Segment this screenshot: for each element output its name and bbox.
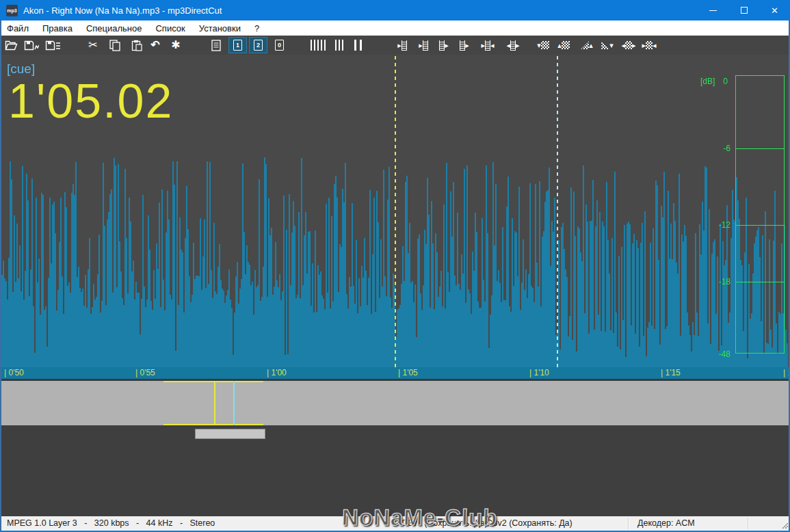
save-list-icon <box>45 40 60 51</box>
overview-visible-window[interactable] <box>163 381 263 425</box>
copy-button[interactable] <box>107 37 123 53</box>
pause-detect-button[interactable] <box>352 37 364 53</box>
save-icon <box>24 40 39 51</box>
save-audio-button[interactable] <box>23 37 40 53</box>
buffer-1-icon: 1 <box>233 40 242 51</box>
cue-bar-icon <box>423 40 428 51</box>
playback-cursor-line <box>395 55 396 367</box>
cue-in-alt-button[interactable]: ▸ <box>414 37 432 53</box>
cue-bar-icon <box>439 40 445 51</box>
arrow-left-icon: ◂ <box>490 42 495 49</box>
menu-bar: Файл Правка Специальное Список Установки… <box>0 21 790 36</box>
timeline-tick: | 0'50 <box>4 368 24 377</box>
gain-decrease-button[interactable]: ▾ <box>535 37 551 53</box>
bitrate-bars-icon <box>335 40 344 51</box>
statusbar-separator <box>628 518 629 529</box>
stretch-pattern-icon <box>646 41 653 49</box>
selection-marker-line <box>557 55 558 367</box>
paste-button[interactable] <box>129 37 145 53</box>
menu-help[interactable]: ? <box>248 22 266 35</box>
timeline-tick: | 0'55 <box>135 368 155 377</box>
cue-in-button[interactable]: ▸ <box>393 37 411 53</box>
cue-out-alt-button[interactable]: ▸ <box>456 37 473 53</box>
gain-pattern-icon <box>562 41 570 49</box>
statusbar-separator <box>748 518 748 529</box>
copy-icon <box>109 40 121 51</box>
menu-file[interactable]: Файл <box>0 22 36 35</box>
format-info: MPEG 1.0 Layer 3 - 320 kbps - 44 kHz - S… <box>7 518 215 528</box>
cue-bar-icon <box>460 40 465 51</box>
cut-button[interactable]: ✂ <box>85 37 101 53</box>
gear-icon: ✱ <box>171 40 180 51</box>
cue-both-out-button[interactable]: ◂▸ <box>501 37 525 53</box>
buffer-2-button[interactable]: 2 <box>249 37 267 53</box>
buffer-1-button[interactable]: 1 <box>228 37 247 53</box>
app-icon: mp3 <box>6 5 18 16</box>
maximize-button[interactable] <box>728 0 759 21</box>
close-button[interactable]: ✕ <box>759 0 790 21</box>
pause-bars-icon <box>354 40 362 51</box>
fade-out-icon <box>601 41 609 49</box>
timeline-ruler[interactable]: | 0'50 | 0'55 | 1'00 | 1'05 | 1'10 | 1'1… <box>0 367 790 379</box>
vu-bars-icon <box>311 40 326 51</box>
cut-icon: ✂ <box>88 40 97 51</box>
title-bar: mp3 Akon - Right Now (Na Na Na).mp3 - mp… <box>0 0 790 21</box>
arrow-right-icon: ▸ <box>465 42 469 49</box>
app-window: mp3 Akon - Right Now (Na Na Na).mp3 - mp… <box>0 0 790 532</box>
normalize-pattern-icon <box>625 41 632 49</box>
overview-playback-cursor <box>214 381 215 425</box>
meter-line-6db <box>736 148 784 149</box>
buffer-0-button[interactable]: 0 <box>270 37 289 53</box>
meter-0-label: 0 <box>718 77 728 86</box>
minimize-icon <box>709 10 717 11</box>
minimize-button[interactable] <box>698 0 728 21</box>
window-border-left <box>0 21 1 531</box>
open-folder-icon <box>5 40 18 51</box>
stretch-button[interactable]: ▸◂ <box>640 37 658 53</box>
meter-48-label: -48 <box>707 349 730 359</box>
settings-button[interactable]: ✱ <box>168 37 183 53</box>
paste-icon <box>131 40 143 51</box>
open-file-button[interactable] <box>3 37 20 53</box>
toolbar: ✂ ↶ ✱ 1 2 0 ▸ ▸ ▸ ▸ ▸◂ ◂▸ ▾ ▴ ▴ ▾ ◂▸ ▸◂ <box>0 36 790 55</box>
vu-display-button[interactable] <box>309 37 327 53</box>
scrollbar[interactable] <box>0 425 790 441</box>
watermark: NoNaMe-Club <box>341 505 498 531</box>
arrow-up-icon: ▴ <box>589 42 593 49</box>
menu-settings[interactable]: Установки <box>192 22 248 35</box>
cue-both-in-button[interactable]: ▸◂ <box>476 37 499 53</box>
meter-6-label: -6 <box>707 144 730 153</box>
decoder-info: Декодер: ACM <box>637 518 695 528</box>
undo-button[interactable]: ↶ <box>148 37 163 53</box>
arrow-left-icon: ◂ <box>653 42 657 49</box>
overview-selection-marker <box>233 381 235 425</box>
bitrate-display-button[interactable] <box>333 37 345 53</box>
resize-grip[interactable] <box>781 522 788 529</box>
timeline-tick: | 1'10 <box>529 368 549 377</box>
overview-strip[interactable] <box>0 379 790 425</box>
normalize-button[interactable]: ◂▸ <box>620 37 637 53</box>
undo-icon: ↶ <box>150 40 159 51</box>
maximize-icon <box>741 7 748 14</box>
meter-12-label: -12 <box>707 220 730 230</box>
cue-bar-icon <box>510 40 516 51</box>
menu-edit[interactable]: Правка <box>36 22 79 35</box>
cue-out-button[interactable]: ▸ <box>435 37 453 53</box>
cue-bar-icon <box>485 40 490 51</box>
file-info-button[interactable] <box>208 37 224 53</box>
meter-18-label: -18 <box>707 277 730 287</box>
waveform-area[interactable]: [cue] 1'05.02 [dB] 0 -6 -12 -18 -48 <box>0 55 790 367</box>
arrow-right-icon: ▸ <box>516 42 520 49</box>
arrow-right-icon: ▸ <box>445 42 449 49</box>
menu-list[interactable]: Список <box>148 22 192 35</box>
menu-special[interactable]: Специальное <box>79 22 149 35</box>
save-list-button[interactable] <box>44 37 62 53</box>
scrollbar-thumb[interactable] <box>195 429 265 439</box>
gain-pattern-icon <box>541 41 549 49</box>
fade-in-button[interactable]: ▴ <box>579 37 595 53</box>
gain-increase-button[interactable]: ▴ <box>555 37 572 53</box>
meter-line-18db <box>736 282 784 282</box>
fade-out-button[interactable]: ▾ <box>599 37 616 53</box>
timeline-tick: | 1'05 <box>398 368 418 377</box>
meter-line-12db <box>736 225 784 226</box>
